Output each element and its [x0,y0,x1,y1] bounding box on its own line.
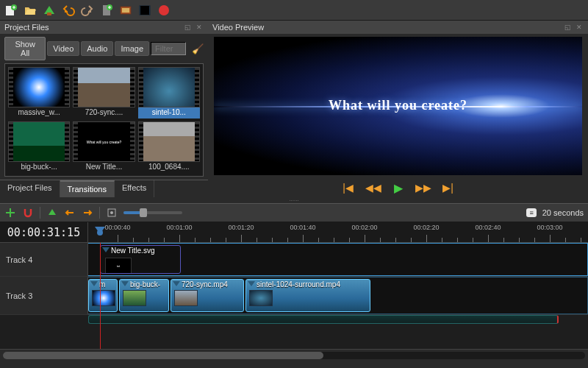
save-project-icon[interactable] [43,4,56,17]
clip-chevron-icon [102,247,110,252]
svg-point-10 [159,5,169,15]
project-file-item[interactable]: 100_0684.... [138,121,200,173]
ruler-tick-label: 00:02:00 [351,224,377,231]
project-files-title: Project Files [4,23,49,32]
project-files-filter-row: Show All Video Audio Image 🧹 [0,34,208,63]
ruler-tick-label: 00:01:20 [228,224,254,231]
ruler-tick-label: 00:01:40 [290,224,315,231]
jump-end-icon[interactable]: ▶| [440,181,456,194]
project-file-label: 720-sync.... [73,107,135,118]
fullscreen-icon[interactable] [138,4,151,17]
filter-audio-button[interactable]: Audio [81,41,113,56]
project-file-item[interactable]: big-buck-... [8,121,70,173]
zoom-slider[interactable] [123,211,182,214]
open-project-icon[interactable] [24,4,37,17]
jump-start-icon[interactable]: |◀ [340,181,356,194]
add-marker-icon[interactable] [46,207,58,219]
export-icon[interactable] [157,4,171,17]
filter-show-all-button[interactable]: Show All [4,37,46,60]
preview-header: Video Preview ◱ ✕ [208,21,588,34]
project-files-header: Project Files ◱ ✕ [0,21,208,34]
svg-rect-6 [122,8,129,13]
svg-point-14 [110,211,113,214]
timeline-clip[interactable]: New Title.svg txt [100,245,181,274]
ruler-tick-label: 00:02:40 [475,224,501,231]
project-file-label: 100_0684.... [138,162,200,173]
project-file-item[interactable]: 720-sync.... [73,67,135,118]
timeline-track: Track 4 New Title.svg txt [0,243,588,277]
ruler-tick-label: 00:03:00 [537,224,562,231]
project-file-label: big-buck-... [8,162,70,173]
playhead-marker-icon[interactable] [95,227,105,234]
timeline-clip[interactable]: m [88,279,118,312]
project-file-label: New Title... [73,162,135,173]
center-playhead-icon[interactable] [106,207,118,219]
main-toolbar [0,0,588,21]
project-file-label: sintel-10... [138,107,200,118]
preview-title: Video Preview [212,23,264,32]
tab-transitions[interactable]: Transitions [60,180,115,197]
track-body[interactable]: New Title.svg txt [88,243,588,276]
clip-chevron-icon [173,281,180,286]
clip-label: 720-sync.mp4 [182,280,240,289]
svg-rect-9 [140,6,149,15]
timeline-timecode[interactable]: 00:00:31:15 [0,222,88,242]
clip-chevron-icon [248,281,255,286]
project-file-label: massive_w... [8,107,70,118]
project-files-panel: Project Files ◱ ✕ Show All Video Audio I… [0,21,208,197]
zoom-badge-icon[interactable]: ≡ [526,208,536,217]
timeline-clip[interactable]: big-buck- [119,279,169,312]
add-track-icon[interactable] [4,207,16,219]
clip-label: m [99,280,114,289]
next-marker-icon[interactable] [82,207,93,219]
play-icon[interactable]: ▶ [390,181,406,194]
redo-icon[interactable] [81,4,94,17]
timeline-scrollbar[interactable] [0,349,588,361]
filter-image-button[interactable]: Image [115,41,149,56]
fast-forward-icon[interactable]: ▶▶ [415,181,431,194]
track-header[interactable]: Track 3 [0,277,88,314]
new-project-icon[interactable] [4,4,18,17]
clip-label: sintel-1024-surround.mp4 [257,280,367,289]
timeline-tracks: Track 4 New Title.svg txt Track 3 m [0,243,588,349]
clear-filter-icon[interactable]: 🧹 [192,43,204,54]
profiles-icon[interactable] [119,4,132,17]
filter-text-input[interactable] [151,42,186,55]
track-body[interactable]: m big-buck- 720-sync.mp4 sintel-1024-sur… [88,277,588,314]
filter-video-button[interactable]: Video [47,41,79,56]
dock-controls-icon[interactable]: ◱ ✕ [184,24,204,31]
clip-label: New Title.svg [111,247,177,255]
project-file-item[interactable]: sintel-10... [138,67,200,118]
svg-rect-2 [47,13,51,15]
dock-controls-icon[interactable]: ◱ ✕ [564,24,584,31]
timeline-clip[interactable]: sintel-1024-surround.mp4 [245,279,370,312]
project-files-tabs: Project Files Transitions Effects [0,180,208,197]
zoom-label: 20 seconds [542,208,584,217]
project-file-item[interactable]: massive_w... [8,67,70,118]
prev-marker-icon[interactable] [64,207,76,219]
rewind-icon[interactable]: ◀◀ [365,181,381,194]
timeline-ruler[interactable]: 00:00:4000:01:0000:01:2000:01:4000:02:00… [88,222,588,242]
splitter-grip-icon[interactable]: ∙∙∙∙∙∙ [0,197,588,203]
ruler-tick-label: 00:02:20 [413,224,439,231]
scrollbar-thumb[interactable] [3,352,323,359]
preview-panel: Video Preview ◱ ✕ What will you create? … [208,21,588,197]
project-files-grid: massive_w... 720-sync.... sintel-10... b… [4,63,204,177]
undo-icon[interactable] [62,4,75,17]
project-file-item[interactable]: What will you create? New Title... [73,121,135,173]
timeline-clip-audio[interactable] [88,315,559,324]
snap-icon[interactable] [22,207,34,219]
ruler-tick-label: 00:01:00 [166,224,192,231]
timeline-clip[interactable]: 720-sync.mp4 [171,279,244,312]
transport-controls: |◀ ◀◀ ▶ ▶▶ ▶| [208,175,588,197]
preview-overlay-text: What will you create? [214,98,582,113]
timeline-track: Track 3 m big-buck- 720-sync.mp4 [0,277,588,315]
preview-canvas[interactable]: What will you create? [214,37,582,175]
clip-label: big-buck- [130,280,165,289]
svg-rect-12 [10,208,11,217]
tab-effects[interactable]: Effects [115,180,154,197]
tab-project-files[interactable]: Project Files [0,180,60,197]
import-files-icon[interactable] [100,4,113,17]
track-header[interactable]: Track 4 [0,243,88,276]
clip-chevron-icon [90,281,98,286]
